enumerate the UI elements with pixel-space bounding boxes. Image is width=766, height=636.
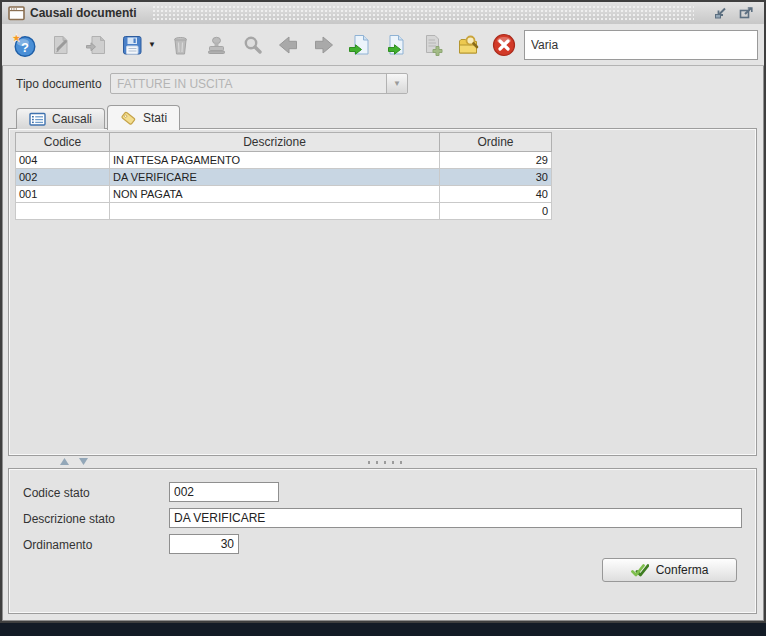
cancel-button[interactable] [490,31,518,59]
state-detail-panel: Codice stato Descrizione stato Ordinamen… [8,468,757,614]
tab-stati[interactable]: Stati [107,105,180,130]
stamp-icon [204,33,228,57]
magnifier-icon [240,33,264,57]
cell-ordine[interactable]: 0 [440,203,552,220]
cell-ordine[interactable]: 29 [440,152,552,169]
list-icon [29,112,46,126]
cell-descrizione[interactable]: NON PAGATA [110,186,440,203]
conferma-button-label: Conferma [656,563,709,577]
save-button[interactable] [118,31,146,59]
minimize-button[interactable] [712,5,729,21]
tab-causali-label: Causali [52,112,92,126]
titlebar-texture [152,5,694,21]
add-record-button[interactable] [418,31,446,59]
split-pane-divider[interactable] [8,456,757,468]
table-header-row: Codice Descrizione Ordine [16,133,552,152]
trash-icon [168,33,192,57]
document-type-row: Tipo documento FATTURE IN USCITA ▼ [2,67,764,104]
save-icon [120,33,144,57]
document-type-combobox[interactable]: FATTURE IN USCITA ▼ [110,73,408,94]
double-check-icon [631,563,649,578]
document-plus-icon [420,33,444,57]
maximize-icon [738,6,754,20]
splitter-collapse-down-icon[interactable] [79,458,88,465]
title-bar[interactable]: Causali documenti [2,2,764,25]
table-row[interactable]: 004 IN ATTESA PAGAMENTO 29 [16,152,552,169]
column-header-descrizione[interactable]: Descrizione [110,133,440,152]
main-toolbar: ? ★ [2,24,764,66]
edit-document-icon [48,33,72,57]
chevron-down-icon: ▼ [393,80,401,88]
cell-ordine[interactable]: 40 [440,186,552,203]
table-row[interactable]: 001 NON PAGATA 40 [16,186,552,203]
table-row-empty[interactable]: 0 [16,203,552,220]
states-table: Codice Descrizione Ordine 004 IN ATTESA … [15,132,552,220]
help-icon: ? ★ [11,32,37,58]
svg-text:★: ★ [11,32,22,45]
table-row-selected[interactable]: 002 DA VERIFICARE 30 [16,169,552,186]
new-document-icon [84,33,108,57]
codice-stato-input[interactable] [169,482,279,502]
browse-button[interactable] [454,31,482,59]
save-dropdown-caret[interactable]: ▼ [148,41,158,49]
tab-causali[interactable]: Causali [16,108,105,129]
window-icon [8,6,26,25]
delete-button[interactable] [166,31,194,59]
codice-stato-label: Codice stato [23,486,90,500]
splitter-collapse-up-icon[interactable] [60,458,69,465]
minimize-icon [713,6,729,20]
window-title: Causali documenti [30,6,137,20]
cancel-icon [491,32,517,58]
document-arrow-in-icon [348,33,372,57]
desktop-background: Causali documenti [0,0,766,636]
edit-document-button[interactable] [46,31,74,59]
cell-descrizione[interactable] [110,203,440,220]
column-header-codice[interactable]: Codice [16,133,110,152]
cell-codice[interactable]: 001 [16,186,110,203]
context-field[interactable] [524,30,758,60]
cell-ordine[interactable]: 30 [440,169,552,186]
arrow-left-icon [276,33,300,57]
descrizione-stato-label: Descrizione stato [23,512,115,526]
tag-icon [120,111,137,125]
maximize-button[interactable] [737,5,754,21]
arrow-right-icon [312,33,336,57]
ordinamento-input[interactable] [169,534,239,554]
cell-descrizione[interactable]: IN ATTESA PAGAMENTO [110,152,440,169]
document-type-label: Tipo documento [16,77,102,91]
document-arrow-out-icon [384,33,408,57]
states-table-panel: Codice Descrizione Ordine 004 IN ATTESA … [8,128,757,456]
cell-descrizione[interactable]: DA VERIFICARE [110,169,440,186]
new-document-button[interactable] [82,31,110,59]
tab-stati-label: Stati [143,111,167,125]
causali-documenti-window: Causali documenti [0,0,766,623]
cell-codice[interactable]: 004 [16,152,110,169]
ordinamento-label: Ordinamento [23,538,92,552]
document-type-value: FATTURE IN USCITA [111,77,386,91]
import-button[interactable] [346,31,374,59]
tab-strip: Causali Stati [16,104,180,129]
combobox-arrow-button[interactable]: ▼ [386,74,407,93]
cell-codice[interactable] [16,203,110,220]
search-button[interactable] [238,31,266,59]
svg-text:?: ? [21,39,29,54]
cell-codice[interactable]: 002 [16,169,110,186]
splitter-grip[interactable] [368,461,402,464]
next-button[interactable] [310,31,338,59]
folder-search-icon [456,33,480,57]
print-button[interactable] [202,31,230,59]
previous-button[interactable] [274,31,302,59]
column-header-ordine[interactable]: Ordine [440,133,552,152]
help-button[interactable]: ? ★ [10,31,38,59]
conferma-button[interactable]: Conferma [602,558,737,582]
descrizione-stato-input[interactable] [169,508,742,528]
export-button[interactable] [382,31,410,59]
